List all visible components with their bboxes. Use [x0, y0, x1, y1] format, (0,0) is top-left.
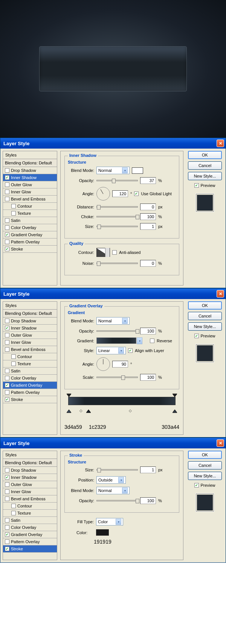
gradient-picker[interactable]: ▾ [96, 337, 136, 344]
style-row[interactable]: Stroke [3, 545, 57, 553]
style-row[interactable]: Contour [3, 203, 57, 210]
style-checkbox[interactable] [11, 511, 16, 515]
style-checkbox[interactable] [5, 319, 9, 323]
ok-button[interactable]: OK [188, 151, 222, 159]
ok-button[interactable]: OK [188, 451, 222, 459]
titlebar[interactable]: Layer Style ✕ [0, 289, 226, 299]
style-checkbox[interactable] [5, 197, 9, 201]
style-checkbox[interactable] [5, 482, 9, 487]
align-layer-checkbox[interactable] [128, 348, 133, 353]
angle-dial[interactable] [96, 357, 110, 371]
gradient-editor[interactable]: ◇ ◇ [64, 397, 179, 414]
style-row[interactable]: Bevel and Emboss [3, 196, 57, 203]
close-icon[interactable]: ✕ [217, 439, 224, 447]
titlebar[interactable]: Layer Style ✕ [0, 438, 226, 448]
blending-options[interactable]: Blending Options: Default [3, 310, 57, 317]
style-row[interactable]: Bevel and Emboss [3, 346, 57, 353]
style-checkbox[interactable] [11, 354, 16, 359]
choke-slider[interactable] [96, 216, 138, 217]
blend-mode-select[interactable]: Normal ▾ [96, 317, 130, 325]
style-row[interactable]: Texture [3, 360, 57, 368]
style-checkbox[interactable] [5, 168, 9, 173]
cancel-button[interactable]: Cancel [188, 461, 222, 469]
blending-options[interactable]: Blending Options: Default [3, 159, 57, 167]
titlebar[interactable]: Layer Style ✕ [0, 138, 226, 149]
new-style-button[interactable]: New Style... [188, 472, 222, 480]
style-row[interactable]: Texture [3, 210, 57, 217]
style-row[interactable]: Stroke [3, 396, 57, 403]
style-checkbox[interactable] [5, 225, 9, 230]
ok-button[interactable]: OK [188, 301, 222, 310]
style-checkbox[interactable] [5, 532, 9, 537]
style-checkbox[interactable] [5, 247, 9, 251]
style-checkbox[interactable] [5, 340, 9, 345]
styles-header[interactable]: Styles [3, 151, 57, 159]
midpoint-icon[interactable]: ◇ [129, 409, 132, 413]
style-row[interactable]: Gradient Overlay [3, 531, 57, 538]
preview-checkbox[interactable] [194, 334, 199, 338]
style-row[interactable]: Drop Shadow [3, 167, 57, 174]
fill-type-select[interactable]: Color ▾ [96, 518, 123, 526]
global-light-checkbox[interactable] [134, 191, 139, 196]
style-checkbox[interactable] [11, 361, 16, 366]
preview-checkbox[interactable] [194, 483, 199, 488]
reverse-checkbox[interactable] [150, 339, 154, 343]
style-row[interactable]: Inner Shadow [3, 174, 57, 181]
style-row[interactable]: Inner Shadow [3, 325, 57, 332]
style-checkbox[interactable] [5, 326, 9, 330]
style-row[interactable]: Outer Glow [3, 481, 57, 488]
style-checkbox[interactable] [5, 232, 9, 237]
size-slider[interactable] [96, 469, 138, 471]
style-checkbox[interactable] [5, 369, 9, 373]
gradient-bar[interactable] [68, 397, 176, 405]
styles-header[interactable]: Styles [3, 302, 57, 310]
style-row[interactable]: Gradient Overlay [3, 382, 57, 389]
close-icon[interactable]: ✕ [217, 290, 224, 298]
distance-slider[interactable] [96, 206, 138, 208]
choke-input[interactable] [140, 213, 156, 220]
style-checkbox[interactable] [5, 182, 9, 187]
new-style-button[interactable]: New Style... [188, 322, 222, 331]
style-row[interactable]: Color Overlay [3, 375, 57, 382]
color-stop-icon[interactable] [86, 410, 91, 415]
style-checkbox[interactable] [5, 333, 9, 337]
style-checkbox[interactable] [5, 518, 9, 522]
color-stop-icon[interactable] [173, 410, 177, 415]
position-select[interactable]: Outside ▾ [96, 476, 126, 484]
angle-dial[interactable] [96, 187, 110, 200]
style-row[interactable]: Inner Glow [3, 339, 57, 346]
style-row[interactable]: Pattern Overlay [3, 238, 57, 246]
style-row[interactable]: Satin [3, 517, 57, 524]
opacity-slider[interactable] [96, 330, 138, 332]
style-row[interactable]: Drop Shadow [3, 317, 57, 325]
preview-checkbox[interactable] [194, 183, 199, 188]
style-checkbox[interactable] [5, 175, 9, 180]
scale-input[interactable] [140, 374, 156, 381]
style-checkbox[interactable] [5, 475, 9, 480]
midpoint-icon[interactable]: ◇ [79, 409, 82, 413]
style-row[interactable]: Texture [3, 510, 57, 517]
opacity-stop-icon[interactable] [67, 392, 71, 398]
style-row[interactable]: Outer Glow [3, 181, 57, 188]
opacity-input[interactable] [140, 177, 156, 184]
style-checkbox[interactable] [5, 397, 9, 402]
style-row[interactable]: Outer Glow [3, 332, 57, 339]
style-checkbox[interactable] [5, 190, 9, 194]
size-input[interactable] [140, 466, 156, 473]
blend-mode-select[interactable]: Normal ▾ [96, 167, 130, 174]
shadow-color-swatch[interactable] [132, 167, 143, 174]
style-checkbox[interactable] [11, 211, 16, 216]
angle-input[interactable] [112, 190, 128, 197]
style-row[interactable]: Inner Shadow [3, 474, 57, 481]
style-row[interactable]: Satin [3, 368, 57, 375]
style-checkbox[interactable] [5, 489, 9, 494]
style-row[interactable]: Inner Glow [3, 188, 57, 196]
style-checkbox[interactable] [11, 504, 16, 508]
close-icon[interactable]: ✕ [217, 140, 224, 147]
style-row[interactable]: Satin [3, 217, 57, 224]
style-select[interactable]: Linear ▾ [96, 347, 126, 354]
style-checkbox[interactable] [5, 376, 9, 380]
style-checkbox[interactable] [5, 525, 9, 530]
cancel-button[interactable]: Cancel [188, 312, 222, 320]
style-row[interactable]: Color Overlay [3, 524, 57, 531]
